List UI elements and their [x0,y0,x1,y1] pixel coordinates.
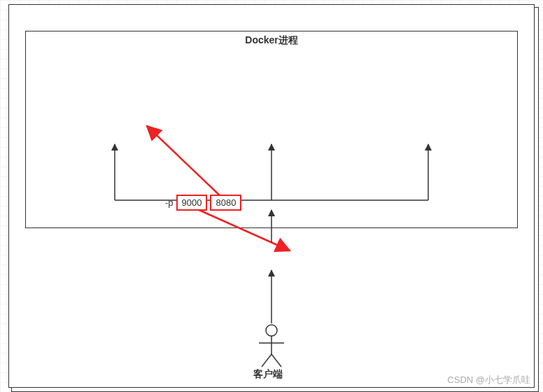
port-mapping-flag: -p [165,197,174,208]
docker-process-title: Docker进程 [26,31,517,48]
port-mapping: -p 9000 8080 [165,195,241,211]
port-mapping-host-port: 9000 [176,195,208,211]
host-firewall-box: 防火墙 端口9000 [8,4,493,28]
docker-process-box: Docker进程 [25,31,518,228]
actor-label: 客户端 [253,368,283,381]
port-mapping-container-port: 8080 [210,195,241,211]
watermark: CSDN @小七学爪哇 [447,374,530,386]
